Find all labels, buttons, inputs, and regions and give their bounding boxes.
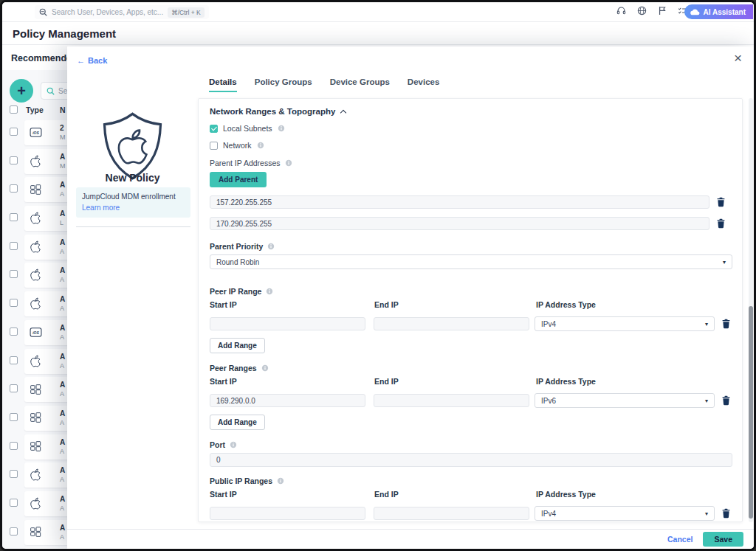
learn-more-link[interactable]: Learn more [82,204,120,212]
info-icon[interactable] [285,159,292,167]
info-icon[interactable] [267,243,275,250]
local-subnets-checkbox[interactable] [210,125,218,133]
section-network-ranges[interactable]: Network Ranges & Topography [210,107,731,116]
row-checkbox[interactable] [10,128,18,136]
policy-name: A [60,266,65,274]
add-policy-button[interactable]: + [10,79,33,103]
policy-name: A [60,466,65,474]
trash-icon[interactable] [716,197,726,207]
info-icon[interactable] [230,441,237,448]
peer-ranges-label: Peer Ranges [210,364,257,372]
parent-ip-label: Parent IP Addresses [210,159,281,167]
row-checkbox[interactable] [10,413,18,421]
network-label: Network [223,141,252,150]
row-checkbox[interactable] [10,499,18,507]
windows-icon [29,525,42,539]
info-icon[interactable] [261,364,269,372]
tab-policy-groups[interactable]: Policy Groups [255,77,312,92]
row-checkbox[interactable] [10,470,18,478]
ip-type-value: IPv4 [541,320,556,328]
global-search-input[interactable]: Search User, Devices, Apps, etc... ⌘/Ctr… [35,5,209,19]
details-form-card: Network Ranges & Topography Local Subnet… [198,98,743,522]
ai-assistant-button[interactable]: AI Assistant [684,4,753,19]
back-button[interactable]: ← Back [77,56,107,65]
select-all-checkbox[interactable] [10,105,18,114]
tab-devices[interactable]: Devices [408,77,439,92]
row-checkbox[interactable] [10,156,18,164]
column-ip-type: IP Address Type [536,300,596,309]
info-icon[interactable] [266,288,273,295]
trash-icon[interactable] [721,319,731,329]
public-ip-ranges-label: Public IP Ranges [210,477,272,485]
row-checkbox[interactable] [10,384,18,392]
peer-range-start-input[interactable] [210,317,365,330]
row-checkbox[interactable] [10,213,18,221]
row-checkbox[interactable] [10,442,18,450]
peer-ranges-start-input[interactable]: 169.290.0.0 [210,394,365,407]
ip-type-value: IPv6 [541,397,556,405]
parent-ip-input-1[interactable]: 157.220.255.255 [210,195,709,209]
peer-ip-range-label: Peer IP Range [210,287,261,296]
trash-icon[interactable] [721,508,731,519]
info-icon[interactable] [257,142,264,149]
peer-ranges-type-select[interactable]: IPv6 ▾ [535,393,715,408]
column-type: Type [26,105,44,114]
port-label: Port [210,440,225,449]
tab-device-groups[interactable]: Device Groups [330,77,390,92]
peer-range-end-input[interactable] [374,317,529,330]
cancel-button[interactable]: Cancel [667,535,693,544]
add-parent-button[interactable]: Add Parent [210,172,267,187]
app-window: Search User, Devices, Apps, etc... ⌘/Ctr… [0,0,756,551]
chevron-down-icon: ▾ [705,398,708,404]
top-bar: Search User, Devices, Apps, etc... ⌘/Ctr… [2,2,754,22]
add-range-button[interactable]: Add Range [210,338,265,353]
policy-name: A [60,209,65,218]
port-input[interactable]: 0 [210,453,732,467]
support-headset-icon[interactable] [616,6,626,15]
parent-priority-select[interactable]: Round Robin ▾ [210,254,732,269]
row-checkbox[interactable] [10,299,18,307]
row-checkbox[interactable] [10,270,18,278]
flag-icon[interactable] [658,6,667,15]
info-icon[interactable] [277,477,284,485]
local-subnets-row: Local Subnets [210,124,731,133]
public-ip-end-input[interactable] [374,507,529,520]
trash-icon[interactable] [716,218,726,229]
apple-icon [29,496,42,510]
row-checkbox[interactable] [10,356,18,364]
info-icon[interactable] [278,125,285,132]
policy-name: A [60,381,65,389]
scrollbar-thumb[interactable] [749,306,753,519]
add-range-button[interactable]: Add Range [210,415,265,430]
network-checkbox[interactable] [210,142,218,150]
column-end-ip: End IP [374,300,536,309]
globe-icon[interactable] [637,6,647,15]
policy-subtitle: A [60,333,64,341]
policy-subtitle: A [60,448,64,455]
parent-ip-input-2[interactable]: 170.290.255.255 [210,217,709,230]
apple-icon [29,154,42,168]
save-button[interactable]: Save [703,532,743,547]
policy-summary-column: New Policy JumpCloud MDM enrollment Lear… [67,74,198,528]
parent-ip-row: 157.220.255.255 [210,195,731,209]
row-checkbox[interactable] [10,328,18,336]
row-checkbox[interactable] [10,184,18,193]
plus-icon: + [17,83,26,100]
policy-subtitle: A [60,248,64,255]
peer-range-type-select[interactable]: IPv4 ▾ [535,316,715,331]
peer-ranges-end-input[interactable] [374,394,529,407]
row-checkbox[interactable] [10,242,18,250]
close-icon[interactable]: × [734,51,742,65]
public-ip-type-select[interactable]: IPv4 ▾ [535,506,715,521]
policy-subtitle: A [60,362,64,370]
policy-name: A [60,295,65,303]
chevron-up-icon [340,110,346,116]
row-checkbox[interactable] [10,527,18,536]
tab-details[interactable]: Details [209,77,237,92]
modal-footer: Cancel Save [67,529,754,549]
policy-name: A [60,238,65,246]
parent-priority-value: Round Robin [216,258,259,266]
trash-icon[interactable] [721,395,731,406]
public-ip-start-input[interactable] [210,507,365,520]
mdm-note-text: JumpCloud MDM enrollment [82,193,176,201]
